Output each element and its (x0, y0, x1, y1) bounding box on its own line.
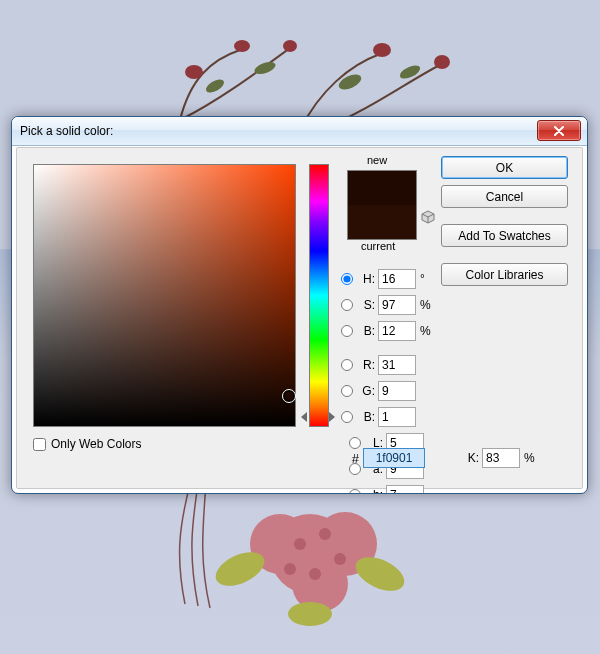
svg-point-15 (334, 553, 346, 565)
hue-slider-thumb-left[interactable] (301, 412, 307, 422)
unit-k: % (524, 451, 538, 465)
input-r[interactable] (378, 355, 416, 375)
svg-point-17 (309, 568, 321, 580)
color-picker-dialog: Pick a solid color: new current OK Cance… (11, 116, 588, 494)
cancel-button-label: Cancel (486, 190, 523, 204)
new-color-label: new (367, 154, 387, 166)
sv-cursor (282, 389, 296, 403)
label-b-lab: b: (365, 488, 383, 494)
input-b-hsb[interactable] (378, 321, 416, 341)
ok-button-label: OK (496, 161, 513, 175)
radio-b-hsb[interactable] (341, 325, 353, 337)
input-b-rgb[interactable] (378, 407, 416, 427)
current-color-label: current (361, 240, 395, 252)
label-b-hsb: B: (357, 324, 375, 338)
svg-point-3 (373, 43, 391, 57)
only-web-colors-option[interactable]: Only Web Colors (33, 437, 141, 451)
radio-s[interactable] (341, 299, 353, 311)
gamut-warning-icon[interactable] (421, 210, 435, 224)
input-k[interactable] (482, 448, 520, 468)
label-k: K: (463, 451, 479, 465)
only-web-colors-checkbox[interactable] (33, 438, 46, 451)
svg-point-13 (294, 538, 306, 550)
hue-slider-thumb-right[interactable] (329, 412, 335, 422)
add-to-swatches-button[interactable]: Add To Swatches (441, 224, 568, 247)
add-to-swatches-label: Add To Swatches (458, 229, 551, 243)
hue-slider[interactable] (309, 164, 329, 427)
hex-row: # (341, 448, 425, 468)
dialog-title: Pick a solid color: (20, 124, 113, 138)
unit-b-hsb: % (420, 324, 434, 338)
close-icon (553, 126, 565, 136)
titlebar[interactable]: Pick a solid color: (12, 117, 587, 146)
input-g[interactable] (378, 381, 416, 401)
unit-s: % (420, 298, 434, 312)
unit-h: ° (420, 272, 434, 286)
svg-point-0 (185, 65, 203, 79)
svg-point-7 (337, 71, 364, 92)
input-hex[interactable] (363, 448, 425, 468)
only-web-colors-label: Only Web Colors (51, 437, 141, 451)
svg-point-2 (283, 40, 297, 52)
radio-b-lab[interactable] (349, 489, 361, 494)
svg-point-5 (204, 77, 226, 96)
radio-b-rgb[interactable] (341, 411, 353, 423)
hex-prefix: # (341, 451, 359, 466)
floral-decoration-bottom (130, 474, 470, 634)
svg-point-1 (234, 40, 250, 52)
saturation-value-field[interactable] (33, 164, 296, 427)
new-color-swatch (348, 171, 416, 205)
label-b-rgb: B: (357, 410, 375, 424)
radio-g[interactable] (341, 385, 353, 397)
svg-point-16 (284, 563, 296, 575)
svg-point-6 (253, 60, 277, 77)
label-r: R: (357, 358, 375, 372)
ok-button[interactable]: OK (441, 156, 568, 179)
svg-point-20 (288, 602, 332, 626)
svg-point-14 (319, 528, 331, 540)
svg-point-4 (434, 55, 450, 69)
color-preview (347, 170, 417, 240)
radio-h[interactable] (341, 273, 353, 285)
cancel-button[interactable]: Cancel (441, 185, 568, 208)
input-s[interactable] (378, 295, 416, 315)
dialog-body: new current OK Cancel Add To Swatches Co… (16, 147, 583, 489)
input-h[interactable] (378, 269, 416, 289)
current-color-swatch[interactable] (348, 205, 416, 239)
label-s: S: (357, 298, 375, 312)
svg-point-8 (398, 63, 422, 81)
label-h: H: (357, 272, 375, 286)
close-button[interactable] (537, 120, 581, 141)
input-b-lab[interactable] (386, 485, 424, 494)
radio-r[interactable] (341, 359, 353, 371)
label-g: G: (357, 384, 375, 398)
